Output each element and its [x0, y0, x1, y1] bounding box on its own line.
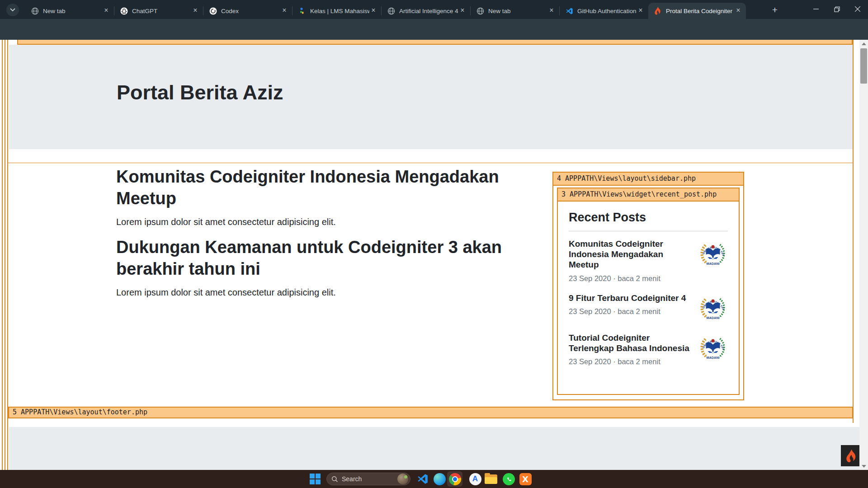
university-logo: UNIVERSITAS YATSI MADANI	[698, 239, 728, 283]
search-highlight-image[interactable]	[397, 474, 408, 484]
post-title[interactable]: 9 Fitur Terbaru Codeigniter 4	[569, 293, 693, 303]
tab-close-icon[interactable]: ×	[734, 7, 742, 15]
university-logo: UNIVERSITAS YATSI MADANI	[698, 293, 728, 323]
post-meta: 23 Sep 2020 · baca 2 menit	[569, 357, 693, 366]
codeigniter-icon	[654, 7, 662, 15]
page-scrollbar[interactable]	[859, 40, 868, 470]
tab-label: Kelas | LMS Mahasiswa	[310, 8, 369, 14]
page-title: Portal Berita Aziz	[117, 81, 283, 104]
tab-portal-berita-active[interactable]: Protal Berita Codeigniter ×	[648, 3, 746, 19]
tab-label: Artificial Intelligence 4. K	[399, 8, 458, 14]
recent-posts-heading: Recent Posts	[569, 211, 728, 225]
windows-logo-icon	[310, 474, 321, 484]
post-title[interactable]: Komunitas Codeigniter Indonesia Mengadak…	[569, 239, 693, 270]
search-placeholder: Search	[342, 475, 397, 483]
tabs-container: New tab × ChatGPT × Codex × Kelas | LMS …	[25, 3, 746, 19]
scrollbar-thumb[interactable]	[860, 48, 867, 84]
screen: New tab × ChatGPT × Codex × Kelas | LMS …	[0, 0, 868, 488]
minimize-button[interactable]	[806, 0, 826, 18]
list-item[interactable]: Tutorial Codeigniter Terlengkap Bahasa I…	[569, 333, 728, 366]
taskbar-file-explorer-icon[interactable]	[484, 472, 498, 486]
tab-lms[interactable]: Kelas | LMS Mahasiswa ×	[292, 3, 381, 19]
list-item[interactable]: 9 Fitur Terbaru Codeigniter 4 23 Sep 202…	[569, 293, 728, 323]
site-header: Portal Berita Aziz	[9, 45, 853, 149]
search-icon	[331, 476, 338, 483]
browser-tab-bar: New tab × ChatGPT × Codex × Kelas | LMS …	[0, 0, 868, 19]
tab-artificial-intelligence[interactable]: Artificial Intelligence 4. K ×	[382, 3, 470, 19]
article-title[interactable]: Komunitas Codeigniter Indonesia Mengadak…	[116, 166, 523, 210]
tab-chatgpt[interactable]: ChatGPT ×	[114, 3, 203, 19]
tab-close-icon[interactable]: ×	[280, 7, 288, 15]
tab-search-button[interactable]	[6, 4, 19, 16]
tab-new-tab-2[interactable]: New tab ×	[471, 3, 559, 19]
new-tab-button[interactable]: +	[769, 4, 781, 17]
browser-toolbar: localhost:8080/news ☆ ⋮	[0, 19, 868, 40]
debug-label-sidebar: 4 APPPATH\Views\layout\sidebar.php	[553, 173, 743, 186]
codex-icon	[209, 7, 217, 15]
codeigniter-flame-icon	[845, 449, 857, 463]
tab-label: New tab	[488, 8, 547, 14]
tab-label: GitHub Authentication - S	[577, 8, 637, 14]
globe-icon	[387, 7, 395, 15]
site-footer	[9, 427, 859, 470]
article-excerpt: Lorem ipsum dolor sit amet consectetur a…	[116, 217, 336, 227]
tab-close-icon[interactable]: ×	[191, 7, 199, 15]
debug-label-footer: 5 APPPATH\Views\layout\footer.php	[8, 407, 853, 418]
tab-close-icon[interactable]: ×	[637, 7, 645, 15]
svg-text:MADANI: MADANI	[707, 315, 720, 319]
chatgpt-icon	[120, 7, 128, 15]
divider	[569, 231, 728, 231]
lms-icon	[298, 7, 306, 15]
debug-border-line	[853, 40, 854, 423]
post-title[interactable]: Tutorial Codeigniter Terlengkap Bahasa I…	[569, 333, 693, 353]
windows-taskbar: Search A ꓫ	[0, 470, 868, 488]
close-button[interactable]	[847, 0, 868, 18]
taskbar-xampp-icon[interactable]: ꓫ	[519, 472, 532, 486]
recent-post-debug-box: 3 APPPATH\Views\widget\recent_post.php R…	[557, 188, 740, 395]
article-excerpt: Lorem ipsum dolor sit amet consectetur a…	[116, 287, 336, 298]
tab-codex[interactable]: Codex ×	[203, 3, 292, 19]
page-viewport: Portal Berita Aziz Komunitas Codeigniter…	[0, 40, 859, 470]
taskbar-app-icon[interactable]: A	[468, 472, 482, 486]
chevron-down-icon	[10, 8, 15, 12]
svg-text:MADANI: MADANI	[707, 355, 720, 359]
codeigniter-debugbar-button[interactable]	[841, 445, 859, 466]
taskbar-search-box[interactable]: Search	[326, 473, 410, 485]
scroll-down-arrow[interactable]	[859, 462, 868, 470]
window-controls	[806, 0, 868, 18]
tab-github-auth[interactable]: GitHub Authentication - S ×	[560, 3, 648, 19]
tab-new-tab-1[interactable]: New tab ×	[25, 3, 114, 19]
vscode-icon	[565, 7, 573, 15]
tab-label: Codex	[221, 8, 280, 14]
tab-close-icon[interactable]: ×	[369, 7, 377, 15]
tab-label: Protal Berita Codeigniter	[666, 8, 734, 14]
globe-icon	[31, 7, 39, 15]
taskbar-whatsapp-icon[interactable]	[502, 472, 515, 486]
restore-button[interactable]	[826, 0, 847, 18]
recent-posts-widget: Recent Posts Komunitas Codeigniter Indon…	[558, 202, 739, 366]
article-title[interactable]: Dukungan Keamanan untuk Codeigniter 3 ak…	[116, 237, 523, 280]
post-meta: 23 Sep 2020 · baca 2 menit	[569, 274, 693, 283]
start-button[interactable]	[308, 472, 322, 486]
taskbar-edge-icon[interactable]	[433, 472, 446, 486]
debug-border-line	[5, 40, 5, 470]
taskbar-vscode-icon[interactable]	[416, 472, 429, 486]
tab-label: ChatGPT	[132, 8, 191, 14]
globe-icon	[476, 7, 484, 15]
post-meta: 23 Sep 2020 · baca 2 menit	[569, 307, 693, 316]
list-item[interactable]: Komunitas Codeigniter Indonesia Mengadak…	[569, 239, 728, 283]
header-bottom-border	[8, 163, 854, 163]
tab-close-icon[interactable]: ×	[547, 7, 556, 15]
tab-close-icon[interactable]: ×	[102, 7, 110, 15]
debug-border-line	[7, 40, 8, 470]
debug-strip-clipped	[17, 40, 853, 45]
university-logo: UNIVERSITAS YATSI MADANI	[698, 333, 728, 366]
sidebar-debug-box: 4 APPPATH\Views\layout\sidebar.php 3 APP…	[552, 172, 744, 400]
debug-label-recent-post: 3 APPPATH\Views\widget\recent_post.php	[558, 188, 739, 202]
svg-text:MADANI: MADANI	[707, 262, 720, 266]
tab-label: New tab	[43, 8, 102, 14]
taskbar-chrome-icon-active[interactable]	[447, 471, 462, 487]
scroll-up-arrow[interactable]	[859, 40, 868, 47]
tab-close-icon[interactable]: ×	[458, 7, 467, 15]
debug-border-line	[2, 40, 3, 470]
